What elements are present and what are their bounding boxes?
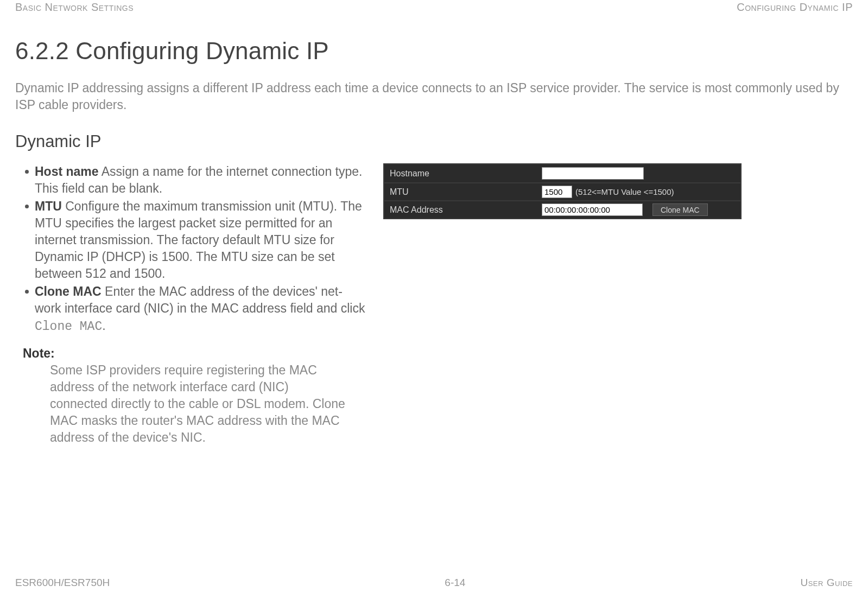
- field-clonemac-desc-post: .: [102, 319, 105, 333]
- field-clonemac-label: Clone MAC: [35, 284, 102, 298]
- row-mac: MAC Address Clone MAC: [384, 200, 740, 218]
- label-mtu: MTU: [384, 187, 542, 197]
- mtu-hint: (512<=MTU Value <=1500): [575, 187, 674, 196]
- footer-doc-type: User Guide: [800, 577, 853, 589]
- row-mtu: MTU (512<=MTU Value <=1500): [384, 182, 740, 200]
- page-header: Basic Network Settings Configuring Dynam…: [15, 0, 853, 14]
- intro-paragraph: Dynamic IP addressing assigns a differen…: [15, 80, 853, 113]
- clone-mac-button[interactable]: Clone MAC: [652, 203, 708, 216]
- footer-page-number: 6-14: [445, 577, 465, 589]
- settings-column: Hostname MTU (512<=MTU Value <=1500) MAC…: [383, 163, 853, 219]
- field-list: Host name Assign a name for the internet…: [15, 163, 368, 335]
- field-hostname-label: Host name: [35, 164, 99, 179]
- field-clonemac: Clone MAC Enter the MAC address of the d…: [25, 283, 368, 335]
- label-hostname: Hostname: [384, 169, 542, 179]
- page-title: 6.2.2 Configuring Dynamic IP: [15, 37, 853, 65]
- note-body: Some ISP providers require registering t…: [23, 362, 349, 446]
- hostname-input[interactable]: [542, 167, 644, 180]
- label-mac: MAC Address: [384, 205, 542, 215]
- breadcrumb-right: Configuring Dynamic IP: [737, 1, 853, 14]
- mtu-input[interactable]: [542, 186, 572, 198]
- page-footer: ESR600H/ESR750H 6-14 User Guide: [15, 577, 853, 589]
- field-mtu-desc: Configure the maximum transmission unit …: [35, 199, 362, 281]
- breadcrumb-left: Basic Network Settings: [15, 1, 134, 14]
- description-column: Host name Assign a name for the internet…: [15, 163, 368, 446]
- footer-model: ESR600H/ESR750H: [15, 577, 110, 589]
- field-clonemac-code: Clone MAC: [35, 320, 102, 334]
- note-block: Note: Some ISP providers require registe…: [15, 346, 368, 446]
- section-subhead: Dynamic IP: [15, 132, 853, 151]
- row-hostname: Hostname: [384, 164, 740, 182]
- field-mtu: MTU Configure the maximum transmission u…: [25, 198, 368, 282]
- settings-panel: Hostname MTU (512<=MTU Value <=1500) MAC…: [383, 163, 742, 219]
- mac-address-input[interactable]: [542, 203, 643, 216]
- field-mtu-label: MTU: [35, 199, 62, 213]
- field-hostname: Host name Assign a name for the internet…: [25, 163, 368, 197]
- note-label: Note:: [23, 346, 368, 361]
- content-columns: Host name Assign a name for the internet…: [15, 163, 853, 446]
